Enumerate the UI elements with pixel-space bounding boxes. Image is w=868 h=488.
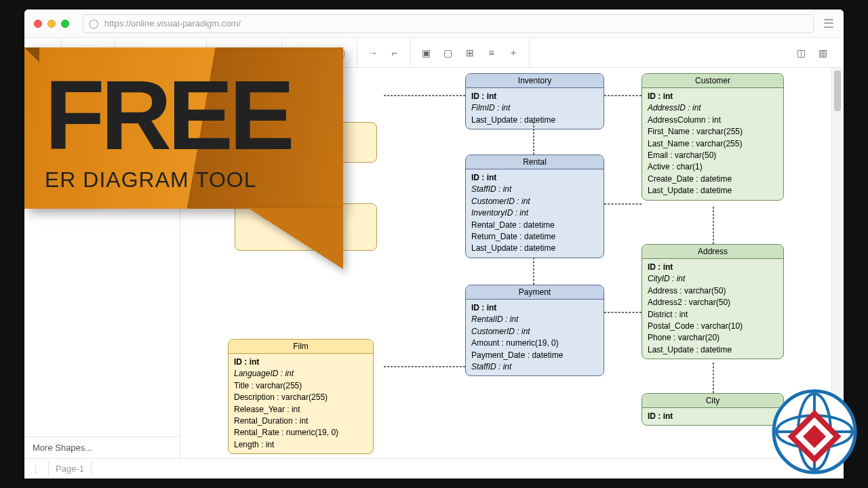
entity-row: StaffID : int [471,184,598,195]
add-icon[interactable]: ＋ [505,44,522,62]
entity-row: Return_Date : datetime [471,231,598,243]
entity-row: AddressColumn : int [648,115,778,126]
align-icon[interactable]: ≡ [483,44,500,62]
banner-subtitle: ER DIAGRAM TOOL [45,167,323,192]
waypoint-icon[interactable]: ⌐ [386,44,403,62]
group-icon[interactable]: ⊞ [461,44,479,62]
connector-icon[interactable]: → [364,44,382,62]
entity-row: Email : varchar(50) [648,150,778,161]
entity-row: FilmID : int [471,102,598,114]
entity-row: ID : int [648,411,778,422]
entity-row: Address : varchar(50) [648,285,778,297]
entity-film[interactable]: FilmID : intLanguageID : intTitle : varc… [228,339,374,454]
entity-rental[interactable]: RentalID : intStaffID : intCustomerID : … [465,155,604,258]
entity-row: Postal_Code : varchar(10) [648,321,778,332]
hamburger-icon[interactable]: ☰ [823,16,834,31]
entity-row: Amount : numeric(19, 0) [471,338,598,349]
connector[interactable] [604,312,642,313]
entity-header: Rental [466,155,604,169]
entity-row: Last_Update : datetime [471,115,598,126]
minimize-icon[interactable] [47,20,56,28]
entity-row: Last_Update : datetime [648,344,778,356]
entity-header: Payment [466,285,604,300]
entity-city[interactable]: CityID : int [642,393,784,426]
entity-header: Film [229,340,373,354]
entity-body: ID : intStaffID : intCustomerID : intInv… [466,169,604,258]
entity-row: CustomerID : int [471,196,598,207]
entity-header: City [642,394,783,408]
browser-titlebar: ◯ https://online.visual-paradigm.com/ ☰ [24,9,844,38]
window-controls [34,20,69,28]
tab-page-1[interactable]: Page-1 [48,461,92,476]
entity-body: ID : intLanguageID : intTitle : varchar(… [229,354,373,453]
entity-row: Last_Update : datetime [648,185,778,197]
entity-row: StaffID : int [471,361,598,373]
entity-row: Rental_Duration : int [234,415,368,427]
layout-split-icon[interactable]: ◫ [792,44,810,62]
entity-row: RentalID : int [471,314,598,325]
entity-payment[interactable]: PaymentID : intRentalID : intCustomerID … [465,285,604,376]
tab-drag-icon[interactable]: ⋮ [31,464,40,474]
entity-body: ID : intCityID : intAddress : varchar(50… [642,259,783,359]
entity-row: CityID : int [648,273,778,285]
entity-row: Active : char(1) [648,161,778,173]
url-text: https://online.visual-paradigm.com/ [104,18,241,28]
page-tabs: ⋮ Page-1 [24,458,844,479]
entity-row: Create_Date : datetime [648,174,778,185]
banner-title: FREE [45,66,323,165]
entity-row: ID : int [648,91,778,102]
entity-row: LanguageID : int [234,368,368,380]
connector[interactable] [604,95,642,96]
connector[interactable] [713,363,714,393]
entity-inventory[interactable]: InventoryID : intFilmID : intLast_Update… [465,73,604,129]
entity-row: ID : int [471,302,598,314]
connector[interactable] [533,122,534,155]
to-front-icon[interactable]: ▣ [418,44,435,62]
entity-row: ID : int [471,172,598,184]
to-back-icon[interactable]: ▢ [439,44,457,62]
entity-body: ID : intAddressID : intAddressColumn : i… [642,88,783,200]
entity-body: ID : intFilmID : intLast_Update : dateti… [466,88,604,129]
entity-row: Payment_Date : datetime [471,350,598,361]
entity-row: Title : varchar(255) [234,380,368,392]
more-shapes-link[interactable]: More Shapes... [24,436,180,458]
entity-row: Last_Update : datetime [471,243,598,254]
close-icon[interactable] [34,20,42,28]
entity-row: Phone : varchar(20) [648,332,778,344]
entity-row: Rental_Date : datetime [471,220,598,231]
connector[interactable] [384,95,465,96]
entity-header: Address [642,245,783,259]
entity-body: ID : int [642,408,783,425]
entity-row: Description : varchar(255) [234,392,368,403]
entity-row: AddressID : int [648,102,778,114]
entity-header: Inventory [466,74,604,88]
entity-customer[interactable]: CustomerID : intAddressID : intAddressCo… [642,73,784,201]
connector[interactable] [713,207,714,244]
connector[interactable] [384,366,465,367]
entity-row: ID : int [471,91,598,102]
entity-row: ID : int [648,262,778,273]
entity-row: CustomerID : int [471,326,598,338]
entity-body: ID : intRentalID : intCustomerID : intAm… [466,300,604,375]
connector[interactable] [533,258,534,285]
maximize-icon[interactable] [61,20,69,28]
entity-row: District : int [648,309,778,321]
entity-row: Length : int [234,439,368,451]
globe-icon: ◯ [89,18,99,28]
vp-logo-icon [770,388,859,479]
layout-panel-icon[interactable]: ▥ [814,44,831,62]
promo-banner: FREE ER DIAGRAM TOOL [24,47,343,269]
entity-header: Customer [642,74,783,88]
entity-address[interactable]: AddressID : intCityID : intAddress : var… [642,244,784,359]
entity-row: Release_Year : int [234,404,368,415]
entity-row: Address2 : varchar(50) [648,297,778,308]
entity-row: InventoryID : int [471,207,598,219]
entity-row: First_Name : varchar(255) [648,126,778,138]
url-bar[interactable]: ◯ https://online.visual-paradigm.com/ [83,14,814,33]
connector[interactable] [604,203,642,205]
entity-row: Last_Name : varchar(255) [648,138,778,150]
entity-row: ID : int [234,357,368,368]
entity-row: Rental_Rate : numeric(19, 0) [234,427,368,439]
